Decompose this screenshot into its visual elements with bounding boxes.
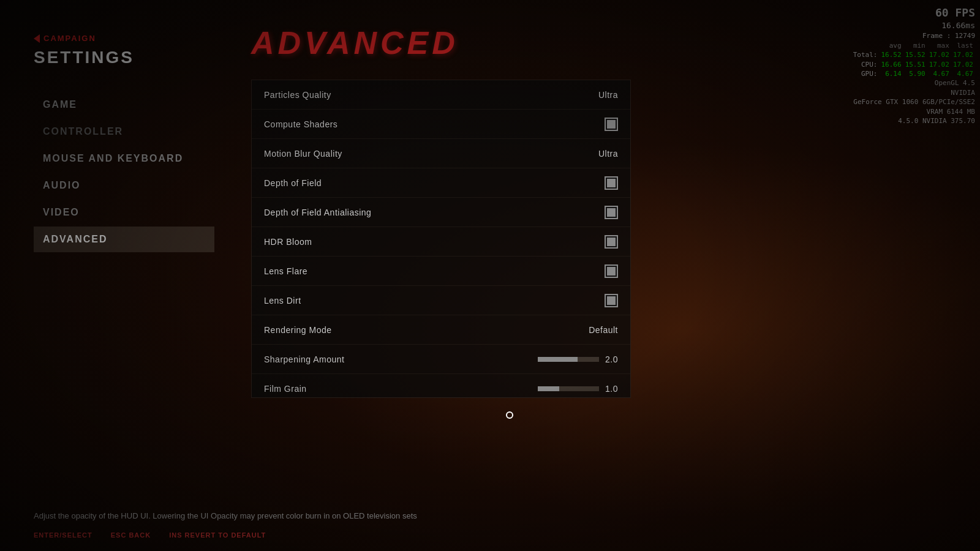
background-vignette [0, 0, 980, 551]
main-container: 60 FPS 16.66ms Frame : 12749 avg min max… [0, 0, 980, 551]
